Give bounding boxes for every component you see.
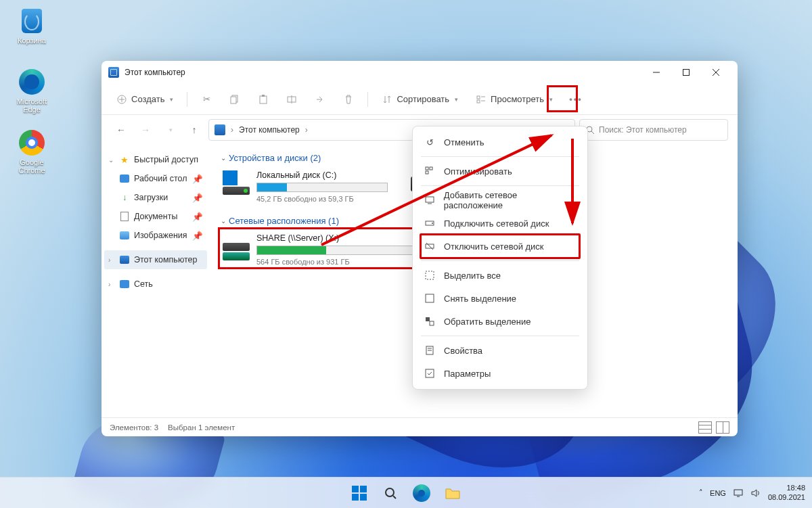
disconnect-drive-icon: [424, 241, 436, 252]
plus-icon: [116, 94, 127, 105]
tray-date: 08.09.2021: [768, 493, 805, 503]
delete-button[interactable]: [336, 88, 361, 111]
recycle-bin-icon: [22, 9, 42, 33]
svg-rect-20: [430, 167, 432, 170]
drive-bar: [256, 183, 388, 192]
sidebar: ⌄ ★ Быстрый доступ Рабочий стол 📌 ↓ Загр…: [102, 145, 210, 417]
chevron-down-icon: ▾: [549, 96, 553, 103]
more-button[interactable]: •••: [564, 88, 588, 111]
svg-rect-35: [426, 369, 434, 377]
desktop-icon-label: Microsoft Edge: [9, 97, 54, 114]
sidebar-item-thispc[interactable]: › Этот компьютер: [104, 250, 207, 269]
sidebar-item-pictures[interactable]: Изображения 📌: [104, 226, 207, 245]
sidebar-item-desktop[interactable]: Рабочий стол 📌: [104, 169, 207, 188]
svg-rect-10: [262, 95, 265, 97]
taskbar-explorer[interactable]: [439, 480, 466, 507]
paste-button[interactable]: [251, 88, 275, 111]
tray-time: 18:48: [786, 484, 805, 493]
drive-c[interactable]: Локальный диск (C:) 45,2 ГБ свободно из …: [221, 168, 390, 205]
menu-label: Добавить сетевое расположение: [444, 190, 577, 210]
drive-free-text: 564 ГБ свободно из 931 ГБ: [256, 258, 435, 266]
tray-clock[interactable]: 18:48 08.09.2021: [768, 484, 805, 503]
menu-add-network[interactable]: Добавить сетевое расположение: [417, 189, 583, 212]
edge-icon: [19, 69, 45, 95]
svg-rect-22: [426, 197, 434, 202]
start-button[interactable]: [346, 480, 373, 507]
menu-select-none[interactable]: Снять выделение: [417, 287, 583, 310]
optimize-icon: [424, 166, 436, 177]
sort-label: Сортировать: [397, 94, 449, 104]
search-input[interactable]: Поиск: Этот компьютер: [579, 119, 728, 141]
paste-icon: [258, 94, 269, 105]
menu-properties[interactable]: Свойства: [417, 339, 583, 362]
svg-rect-40: [734, 490, 742, 495]
menu-invert-selection[interactable]: Обратить выделение: [417, 310, 583, 333]
desktop-icon-chrome[interactable]: Google Chrome: [9, 129, 54, 175]
menu-label: Отменить: [444, 137, 484, 147]
toolbar: Создать ▾ ✂ Сортировать ▾ Просмотреть ▾ …: [102, 84, 738, 115]
close-button[interactable]: [701, 62, 731, 83]
new-label: Создать: [131, 94, 164, 104]
cut-icon: ✂: [201, 94, 212, 105]
svg-rect-9: [260, 96, 267, 103]
breadcrumb-root[interactable]: Этот компьютер: [239, 125, 300, 135]
desktop-icon-recycle[interactable]: Корзина: [9, 7, 54, 45]
svg-rect-13: [477, 96, 480, 99]
taskbar-search[interactable]: [377, 480, 404, 507]
tray-volume-icon[interactable]: [750, 488, 761, 498]
cut-button[interactable]: ✂: [194, 88, 219, 111]
pictures-icon: [119, 230, 130, 241]
titlebar[interactable]: Этот компьютер: [102, 61, 738, 84]
sidebar-item-quick[interactable]: ⌄ ★ Быстрый доступ: [104, 150, 207, 169]
tray-language[interactable]: ENG: [710, 489, 726, 497]
menu-select-all[interactable]: Выделить все: [417, 264, 583, 287]
up-button[interactable]: ▾: [160, 120, 180, 140]
menu-label: Свойства: [444, 346, 482, 356]
desktop-icon-edge[interactable]: Microsoft Edge: [9, 68, 54, 114]
chevron-down-icon: ⌄: [108, 156, 115, 164]
trash-icon: [343, 94, 354, 105]
maximize-button[interactable]: [671, 62, 701, 83]
tray-network-icon[interactable]: [733, 488, 744, 498]
copy-button[interactable]: [223, 88, 247, 111]
menu-options[interactable]: Параметры: [417, 362, 583, 385]
view-icon: [476, 94, 487, 105]
svg-rect-21: [426, 171, 428, 174]
tray-chevron-icon[interactable]: ˄: [699, 488, 703, 497]
group-label: Сетевые расположения (1): [229, 216, 339, 226]
view-details-button[interactable]: [698, 421, 712, 434]
sidebar-item-network[interactable]: › Сеть: [104, 275, 207, 294]
sidebar-item-documents[interactable]: Документы 📌: [104, 207, 207, 226]
menu-label: Снять выделение: [444, 294, 516, 304]
new-button[interactable]: Создать ▾: [110, 88, 180, 111]
view-large-button[interactable]: [716, 421, 729, 434]
svg-point-25: [432, 223, 433, 224]
status-selected: Выбран 1 элемент: [168, 423, 235, 432]
options-icon: [424, 368, 436, 379]
rename-button[interactable]: [279, 88, 304, 111]
pc-icon: [215, 124, 225, 135]
svg-rect-8: [231, 97, 236, 103]
back-button[interactable]: ←: [111, 120, 131, 140]
share-button[interactable]: [308, 88, 332, 111]
menu-label: Выделить все: [444, 271, 501, 281]
drive-network-x[interactable]: SHARE (\\Server) (X:) 564 ГБ свободно из…: [221, 231, 437, 268]
sort-button[interactable]: Сортировать ▾: [375, 88, 465, 111]
desktop-icon: [119, 173, 130, 184]
forward-button[interactable]: →: [135, 120, 156, 140]
select-none-icon: [424, 293, 436, 304]
menu-optimize[interactable]: Оптимизировать: [417, 160, 583, 183]
svg-point-38: [386, 488, 394, 497]
chevron-down-icon: ▾: [170, 96, 173, 103]
taskbar-edge[interactable]: [408, 480, 435, 507]
up-button[interactable]: ↑: [184, 120, 204, 140]
pin-icon: 📌: [192, 174, 203, 184]
menu-map-drive[interactable]: Подключить сетевой диск: [417, 212, 583, 235]
sidebar-item-label: Изображения: [134, 231, 187, 240]
view-button[interactable]: Просмотреть ▾: [469, 88, 560, 111]
pin-icon: 📌: [192, 231, 203, 241]
menu-undo[interactable]: ↺ Отменить: [417, 131, 583, 154]
sidebar-item-downloads[interactable]: ↓ Загрузки 📌: [104, 188, 207, 207]
menu-disconnect-drive[interactable]: Отключить сетевой диск: [417, 235, 583, 258]
minimize-button[interactable]: [641, 62, 671, 83]
